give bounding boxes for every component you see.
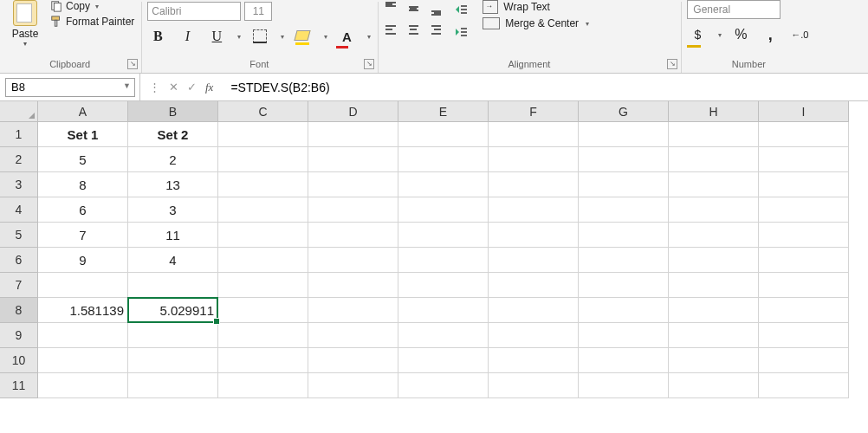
cell-H2[interactable] <box>669 147 759 172</box>
cell-C10[interactable] <box>218 348 308 373</box>
cell-A1[interactable]: Set 1 <box>38 122 128 147</box>
borders-button[interactable] <box>249 26 270 47</box>
cell-A7[interactable] <box>38 273 128 298</box>
cell-G4[interactable] <box>579 197 669 223</box>
cell-H11[interactable] <box>669 373 759 398</box>
column-header-E[interactable]: E <box>398 101 489 122</box>
cell-C4[interactable] <box>218 197 308 223</box>
cell-E1[interactable] <box>398 122 489 147</box>
cell-C2[interactable] <box>218 147 308 172</box>
cell-G1[interactable] <box>579 122 669 147</box>
font-dialog-launcher[interactable]: ↘ <box>364 59 374 69</box>
paste-button[interactable]: Paste ▾ <box>5 2 45 48</box>
cell-H1[interactable] <box>669 122 759 147</box>
cell-B3[interactable]: 13 <box>128 172 218 197</box>
clipboard-dialog-launcher[interactable]: ↘ <box>127 59 138 69</box>
cell-A3[interactable]: 8 <box>38 172 128 197</box>
row-header-6[interactable]: 6 <box>0 248 38 273</box>
cell-A8[interactable]: 1.581139 <box>38 298 128 323</box>
increase-indent-button[interactable] <box>451 23 470 42</box>
cell-E5[interactable] <box>398 223 489 248</box>
align-left-button[interactable] <box>384 21 401 38</box>
cell-F10[interactable] <box>489 348 579 373</box>
cell-I10[interactable] <box>759 348 849 373</box>
cell-E8[interactable] <box>398 298 489 323</box>
cell-F7[interactable] <box>489 273 579 298</box>
bold-button[interactable]: B <box>147 26 168 47</box>
cell-B11[interactable] <box>128 373 218 398</box>
cell-A4[interactable]: 6 <box>38 197 128 223</box>
cell-F1[interactable] <box>489 122 579 147</box>
italic-button[interactable]: I <box>177 26 198 47</box>
cell-G10[interactable] <box>579 348 669 373</box>
cell-A5[interactable]: 7 <box>38 223 128 248</box>
column-header-I[interactable]: I <box>759 101 849 122</box>
cell-B1[interactable]: Set 2 <box>128 122 218 147</box>
chevron-down-icon[interactable]: ▾ <box>718 31 722 39</box>
cell-C9[interactable] <box>218 323 308 348</box>
align-top-button[interactable] <box>384 0 401 17</box>
row-header-5[interactable]: 5 <box>0 223 38 248</box>
percent-button[interactable]: % <box>730 24 751 45</box>
cell-F2[interactable] <box>489 147 579 172</box>
decrease-indent-button[interactable] <box>451 0 470 19</box>
cell-F8[interactable] <box>489 298 579 323</box>
cell-D6[interactable] <box>308 248 398 273</box>
row-header-3[interactable]: 3 <box>0 172 38 197</box>
cell-G6[interactable] <box>579 248 669 273</box>
select-all-corner[interactable] <box>0 101 38 122</box>
cell-B2[interactable]: 2 <box>128 147 218 172</box>
row-header-8[interactable]: 8 <box>0 298 38 323</box>
merge-center-button[interactable]: Merge & Center ▾ <box>483 17 589 29</box>
cell-H4[interactable] <box>669 197 759 223</box>
align-bottom-button[interactable] <box>425 0 443 17</box>
cell-F5[interactable] <box>489 223 579 248</box>
cell-G2[interactable] <box>579 147 669 172</box>
name-box-input[interactable] <box>5 78 135 97</box>
cell-E7[interactable] <box>398 273 489 298</box>
cell-F11[interactable] <box>489 373 579 398</box>
row-header-10[interactable]: 10 <box>0 348 38 373</box>
wrap-text-button[interactable]: Wrap Text <box>483 0 589 14</box>
cell-H3[interactable] <box>669 172 759 197</box>
row-header-11[interactable]: 11 <box>0 373 38 398</box>
cell-I7[interactable] <box>759 273 849 298</box>
cell-G9[interactable] <box>579 323 669 348</box>
fx-icon[interactable]: fx <box>205 81 213 94</box>
cell-D10[interactable] <box>308 348 398 373</box>
cell-H8[interactable] <box>669 298 759 323</box>
name-box[interactable]: ▼ <box>0 74 140 100</box>
cell-G11[interactable] <box>579 373 669 398</box>
column-header-F[interactable]: F <box>489 101 579 122</box>
cell-B10[interactable] <box>128 348 218 373</box>
cell-E3[interactable] <box>398 172 489 197</box>
underline-button[interactable]: U <box>206 26 227 47</box>
cell-B9[interactable] <box>128 323 218 348</box>
cell-C1[interactable] <box>218 122 308 147</box>
cell-F9[interactable] <box>489 323 579 348</box>
cell-B5[interactable]: 11 <box>128 223 218 248</box>
row-header-2[interactable]: 2 <box>0 147 38 172</box>
cell-E4[interactable] <box>398 197 489 223</box>
cell-H5[interactable] <box>669 223 759 248</box>
cell-D7[interactable] <box>308 273 398 298</box>
cell-D4[interactable] <box>308 197 398 223</box>
cell-G3[interactable] <box>579 172 669 197</box>
cell-I4[interactable] <box>759 197 849 223</box>
column-header-G[interactable]: G <box>579 101 669 122</box>
cell-I9[interactable] <box>759 323 849 348</box>
cell-H9[interactable] <box>669 323 759 348</box>
cell-E11[interactable] <box>398 373 489 398</box>
cell-A10[interactable] <box>38 348 128 373</box>
align-right-button[interactable] <box>425 21 443 38</box>
increase-decimal-button[interactable]: ←.0 <box>789 24 810 45</box>
cell-I1[interactable] <box>759 122 849 147</box>
cell-H10[interactable] <box>669 348 759 373</box>
cell-E2[interactable] <box>398 147 489 172</box>
cell-B4[interactable]: 3 <box>128 197 218 223</box>
cell-I11[interactable] <box>759 373 849 398</box>
cell-A11[interactable] <box>38 373 128 398</box>
cell-E10[interactable] <box>398 348 489 373</box>
cell-I2[interactable] <box>759 147 849 172</box>
row-header-1[interactable]: 1 <box>0 122 38 147</box>
